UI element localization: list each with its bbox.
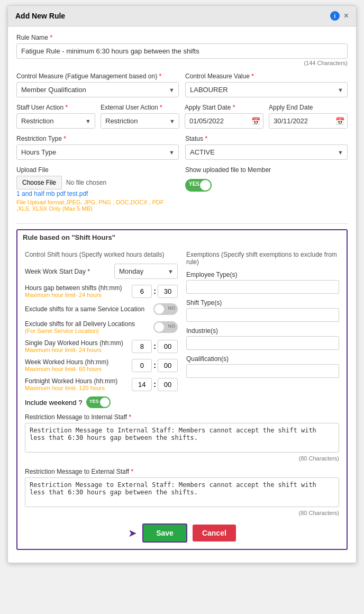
end-date-group: Apply End Date 📅 [269, 104, 348, 129]
hhmm-separator: : [153, 287, 156, 295]
staff-action-select[interactable]: Restriction [16, 113, 95, 129]
restriction-internal-textarea[interactable]: Restriction Message to Internal Staff: M… [25, 423, 339, 453]
control-measure-row: Control Measure (Fatigue Management base… [16, 73, 348, 104]
cancel-button[interactable]: Cancel [193, 525, 236, 541]
fortnight-input: : [132, 378, 178, 391]
control-measure-select-wrap: Member Qualification ▼ [16, 82, 179, 97]
toggle-knob-weekend [100, 398, 110, 407]
qualifications-field: Qualification(s) [186, 355, 339, 378]
control-measure-value-label: Control Measure Value * [185, 73, 348, 80]
single-day-mm[interactable] [158, 340, 178, 353]
fortnight-label: Fortnight Worked Hours (hh:mm) Maximum h… [25, 377, 128, 391]
qualifications-input[interactable] [186, 364, 339, 378]
restriction-internal-group: Restriction Message to Internal Staff * … [25, 413, 339, 462]
toggle-knob-small [154, 304, 164, 314]
modal-header: Add New Rule i × [8, 6, 356, 26]
single-day-input: : [132, 340, 178, 353]
industries-field: Industrie(s) [186, 327, 339, 350]
include-weekend-label: Include weekend ? [25, 399, 82, 407]
staff-action-group: Staff User Action * Restriction ▼ [16, 104, 95, 129]
fortnight-mm[interactable] [158, 378, 178, 391]
close-icon[interactable]: × [344, 11, 349, 21]
restriction-internal-chars: (80 Characters) [25, 455, 339, 462]
info-icon[interactable]: i [330, 11, 340, 21]
file-hint: File Upload format:JPEG, JPG, PNG , DOC,… [16, 199, 179, 212]
show-member-toggle[interactable]: YES [185, 179, 212, 192]
status-select[interactable]: ACTIVE [185, 145, 348, 160]
end-date-label: Apply End Date [269, 104, 348, 111]
same-service-toggle[interactable]: NO [153, 303, 178, 315]
control-measure-value-select-wrap: LABOURER ▼ [185, 82, 348, 97]
restriction-type-select[interactable]: Hours Type [16, 145, 179, 160]
shift-hours-body: Control Shift hours (Specify worked hour… [17, 245, 347, 549]
shift-type-input[interactable] [186, 308, 339, 322]
bottom-buttons: ➤ Save Cancel [25, 523, 339, 543]
week-start-label: Week Work Start Day * [25, 268, 110, 275]
restriction-external-label: Restriction Message to External Staff * [25, 468, 339, 475]
status-select-wrap: ACTIVE ▼ [185, 145, 348, 160]
toggle-yes-label: YES [189, 181, 199, 187]
industries-input[interactable] [186, 336, 339, 350]
end-date-input-wrap: 📅 [269, 113, 348, 129]
save-button[interactable]: Save [142, 523, 187, 543]
upload-section: Choose File No file chosen [16, 176, 179, 189]
week-start-select[interactable]: Monday [114, 264, 178, 279]
control-measure-value-select[interactable]: LABOURER [185, 82, 348, 97]
control-measure-label: Control Measure (Fatigue Management base… [16, 73, 179, 80]
week-worked-hh[interactable] [132, 359, 152, 372]
toggle-yes-small-label: YES [89, 399, 98, 404]
external-action-label: External User Action * [101, 104, 179, 111]
restriction-type-label: Restriction Type * [16, 135, 179, 142]
start-date-label: Apply Start Date * [185, 104, 263, 111]
hours-gap-hh[interactable] [132, 285, 152, 298]
arrow-indicator-icon: ➤ [128, 527, 137, 539]
week-start-select-wrap: Monday ▼ [114, 264, 178, 279]
hours-gap-label: Hours gap between shifts (hh:mm) Maximum… [25, 284, 128, 298]
modal-body: Rule Name * (144 Characters) Control Mea… [8, 26, 356, 563]
upload-file-group: Upload File Choose File No file chosen 1… [16, 166, 179, 212]
start-date-input[interactable] [185, 113, 263, 129]
same-service-row: Exclude shifts for a same Service Locati… [25, 303, 178, 315]
exemptions-panel: Exemptions (Specify shift exemptions to … [186, 251, 339, 413]
fortnight-hh[interactable] [132, 378, 152, 391]
hours-gap-row: Hours gap between shifts (hh:mm) Maximum… [25, 284, 178, 298]
external-action-group: External User Action * Restriction ▼ [101, 104, 179, 129]
shift-type-field: Shift Type(s) [186, 299, 339, 322]
toggle-no-label: NO [168, 305, 176, 311]
week-worked-label: Week Worked Hours (hh:mm) Maximum hour l… [25, 358, 128, 372]
restriction-external-textarea[interactable]: Restriction Message to External Staff: M… [25, 477, 339, 507]
staff-action-select-wrap: Restriction ▼ [16, 113, 95, 129]
action-date-row: Staff User Action * Restriction ▼ Extern… [16, 104, 348, 135]
hhmm-sep-2: : [153, 342, 156, 350]
external-action-select[interactable]: Restriction [101, 113, 179, 129]
show-member-group: Show uploaded file to Member YES [185, 166, 348, 212]
employee-type-input[interactable] [186, 280, 339, 294]
include-weekend-toggle[interactable]: YES [86, 396, 111, 408]
add-new-rule-modal: Add New Rule i × Rule Name * (144 Charac… [7, 5, 357, 563]
fortnight-row: Fortnight Worked Hours (hh:mm) Maximum h… [25, 377, 178, 391]
file-link[interactable]: 1 and half mb pdf test.pdf [16, 190, 88, 197]
show-member-toggle-wrap: YES [185, 179, 348, 192]
modal-title: Add New Rule [15, 12, 65, 20]
start-date-input-wrap: 📅 [185, 113, 263, 129]
choose-file-button[interactable]: Choose File [16, 176, 62, 189]
exemptions-title: Exemptions (Specify shift exemptions to … [186, 251, 339, 266]
end-date-input[interactable] [269, 113, 348, 129]
same-service-label: Exclude shifts for a same Service Locati… [25, 305, 149, 313]
week-worked-mm[interactable] [158, 359, 178, 372]
hhmm-sep-3: : [153, 361, 156, 369]
status-label: Status * [185, 135, 348, 142]
control-shift-title: Control Shift hours (Specify worked hour… [25, 251, 178, 258]
restriction-external-group: Restriction Message to External Staff * … [25, 468, 339, 516]
week-worked-row: Week Worked Hours (hh:mm) Maximum hour l… [25, 358, 178, 372]
control-measure-select[interactable]: Member Qualification [16, 82, 179, 97]
single-day-label: Single Day Worked Hours (hh:mm) Maximum … [25, 339, 128, 353]
control-shift-panel: Control Shift hours (Specify worked hour… [25, 251, 178, 413]
rule-name-input[interactable] [16, 43, 348, 59]
all-delivery-toggle[interactable]: NO [153, 321, 178, 333]
single-day-hh[interactable] [132, 340, 152, 353]
rule-name-label: Rule Name * [16, 34, 348, 41]
qualifications-label: Qualification(s) [186, 355, 339, 363]
employee-type-label: Employee Type(s) [186, 271, 339, 278]
hours-gap-mm[interactable] [158, 285, 178, 298]
